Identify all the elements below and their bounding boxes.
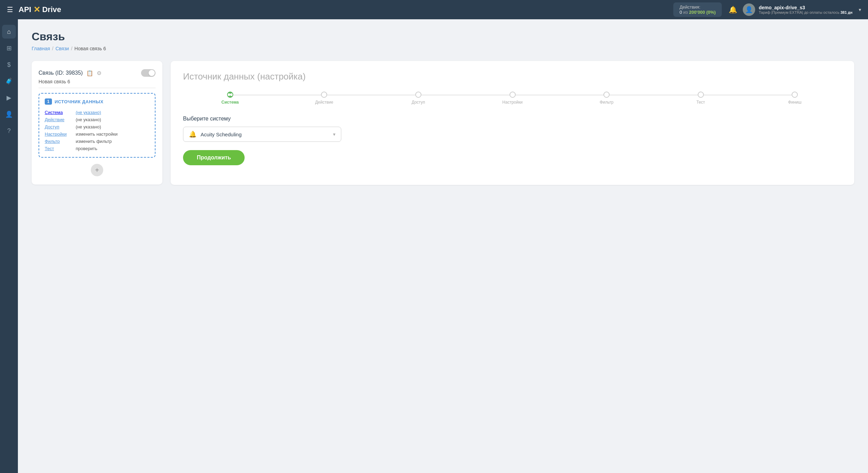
logo-drive: Drive xyxy=(42,5,61,14)
connection-toggle[interactable] xyxy=(141,69,156,77)
settings-value: изменить настройки xyxy=(76,130,149,138)
copy-icon[interactable]: 📋 xyxy=(86,70,93,76)
left-card: Связь (ID: 39835) 📋 ⚙ Новая связь 6 1 ИС… xyxy=(32,61,162,185)
step-circle-access xyxy=(415,92,421,98)
right-card: Источник данных (настройка) Система Дейс… xyxy=(171,61,854,185)
continue-button[interactable]: Продолжить xyxy=(183,150,245,165)
toggle-knob xyxy=(149,70,155,76)
breadcrumb-home[interactable]: Главная xyxy=(32,46,50,51)
sidebar-item-home[interactable]: ⌂ xyxy=(2,25,16,39)
logo-x: ✕ xyxy=(33,5,40,14)
breadcrumb-sep1: / xyxy=(52,46,53,51)
actions-zero: 0 xyxy=(679,10,682,15)
step-circle-settings xyxy=(510,92,516,98)
actions-counter: Действия: 0 из 200'000 (0%) xyxy=(673,2,722,17)
sidebar: ⌂ ⊞ $ 🧳 ▶ 👤 ? xyxy=(0,19,18,473)
test-value: проверить xyxy=(76,145,149,152)
step-circle-filter xyxy=(603,92,610,98)
connection-name: Новая связь 6 xyxy=(39,79,156,88)
filter-value: изменить фильтр xyxy=(76,138,149,145)
step-label-settings: Настройки xyxy=(502,100,523,105)
system-select-value: Acuity Scheduling xyxy=(201,132,333,137)
select-system-label: Выберите систему xyxy=(183,116,842,122)
step-sistema: Система xyxy=(183,92,277,105)
logo-api: API xyxy=(19,5,31,14)
sidebar-item-billing[interactable]: $ xyxy=(2,58,16,72)
stepper: Система Действие Доступ Настройки xyxy=(183,92,842,105)
step-circle-sistema xyxy=(227,92,233,98)
avatar: 👤 xyxy=(743,3,755,16)
sidebar-item-help[interactable]: ? xyxy=(2,124,16,138)
step-circle-test xyxy=(698,92,704,98)
source-label: ИСТОЧНИК ДАННЫХ xyxy=(55,99,104,104)
actions-label: Действия: xyxy=(679,4,700,10)
user-name: demo_apix-drive_s3 xyxy=(759,5,853,10)
datasource-title: Источник данных (настройка) xyxy=(183,71,842,82)
step-circle-finish xyxy=(792,92,798,98)
table-row: Действие (не указано) xyxy=(45,116,149,123)
table-row: Система (не указано) xyxy=(45,109,149,116)
breadcrumb-links[interactable]: Связи xyxy=(55,46,69,51)
page-title: Связь xyxy=(32,30,854,43)
step-label-filter: Фильтр xyxy=(600,100,613,105)
settings-key: Настройки xyxy=(45,130,76,138)
bell-icon[interactable]: 🔔 xyxy=(729,6,737,14)
system-select-icon: 🔔 xyxy=(189,130,196,138)
test-key: Тест xyxy=(45,145,76,152)
step-filter: Фильтр xyxy=(559,92,654,105)
step-circle-action xyxy=(321,92,327,98)
step-finish: Финиш xyxy=(748,92,842,105)
breadcrumb: Главная / Связи / Новая связь 6 xyxy=(32,46,854,51)
add-block-button[interactable]: + xyxy=(91,164,103,176)
hamburger-icon[interactable]: ☰ xyxy=(7,6,13,14)
user-menu[interactable]: 👤 demo_apix-drive_s3 Тариф |Премиум EXTR… xyxy=(743,3,861,16)
logo: API✕Drive xyxy=(19,5,61,14)
step-label-action: Действие xyxy=(315,100,333,105)
action-value: (не указано) xyxy=(76,116,149,123)
content-row: Связь (ID: 39835) 📋 ⚙ Новая связь 6 1 ИС… xyxy=(32,61,854,185)
filter-key: Фильтр xyxy=(45,138,76,145)
connection-title: Связь (ID: 39835) xyxy=(39,70,83,76)
main-content: Связь Главная / Связи / Новая связь 6 Св… xyxy=(18,19,868,473)
sidebar-item-cases[interactable]: 🧳 xyxy=(2,74,16,88)
step-settings: Настройки xyxy=(465,92,560,105)
step-access: Доступ xyxy=(371,92,465,105)
sistema-value-link[interactable]: (не указано) xyxy=(76,110,101,115)
access-key: Доступ xyxy=(45,123,76,130)
step-test: Тест xyxy=(654,92,748,105)
breadcrumb-current: Новая связь 6 xyxy=(74,46,106,51)
user-info: demo_apix-drive_s3 Тариф |Премиум EXTRA|… xyxy=(759,5,853,14)
step-action: Действие xyxy=(277,92,372,105)
system-select-chevron-icon: ▾ xyxy=(333,132,335,137)
settings-icon[interactable]: ⚙ xyxy=(97,70,101,76)
action-key: Действие xyxy=(45,116,76,123)
actions-value: 0 из 200'000 (0%) xyxy=(679,10,716,15)
table-row: Настройки изменить настройки xyxy=(45,130,149,138)
breadcrumb-sep2: / xyxy=(71,46,72,51)
source-box: 1 ИСТОЧНИК ДАННЫХ Система (не указано) Д… xyxy=(39,93,156,158)
sidebar-item-grid[interactable]: ⊞ xyxy=(2,41,16,55)
table-row: Тест проверить xyxy=(45,145,149,152)
step-label-access: Доступ xyxy=(411,100,425,105)
user-plan: Тариф |Премиум EXTRA| до оплаты осталось… xyxy=(759,10,853,14)
sistema-link[interactable]: Система xyxy=(45,110,63,115)
source-box-header: 1 ИСТОЧНИК ДАННЫХ xyxy=(45,98,149,105)
step-label-finish: Финиш xyxy=(788,100,802,105)
sidebar-item-play[interactable]: ▶ xyxy=(2,91,16,105)
table-row: Фильтр изменить фильтр xyxy=(45,138,149,145)
user-chevron-icon: ▾ xyxy=(859,7,861,12)
connection-header: Связь (ID: 39835) 📋 ⚙ xyxy=(39,69,156,77)
sidebar-item-user[interactable]: 👤 xyxy=(2,107,16,121)
source-num: 1 xyxy=(45,98,52,105)
access-value: (не указано) xyxy=(76,123,149,130)
topnav: ☰ API✕Drive Действия: 0 из 200'000 (0%) … xyxy=(0,0,868,19)
actions-total: 200'000 (0%) xyxy=(689,10,716,15)
table-row: Доступ (не указано) xyxy=(45,123,149,130)
source-table: Система (не указано) Действие (не указан… xyxy=(45,109,149,152)
step-label-sistema: Система xyxy=(222,100,239,105)
step-label-test: Тест xyxy=(696,100,705,105)
system-select[interactable]: 🔔 Acuity Scheduling ▾ xyxy=(183,127,341,142)
